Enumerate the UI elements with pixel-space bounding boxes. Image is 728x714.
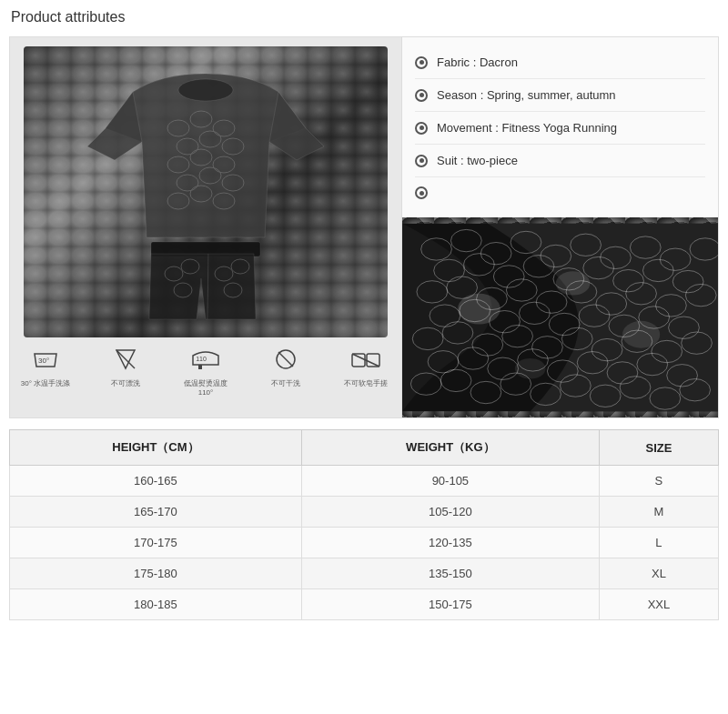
attr-suit: Suit : two-piece — [415, 145, 705, 177]
clothing-svg — [42, 55, 369, 328]
fabric-svg — [402, 217, 718, 417]
attr-fabric: Fabric : Dacron — [415, 46, 705, 79]
attr-season-label: Season : Spring, summer, autumn — [437, 88, 616, 102]
table-row: 180-185150-175XXL — [10, 589, 719, 620]
care-wash-label: 30° 水温手洗涤 — [21, 378, 70, 388]
product-info-section: 30° 30° 水温手洗涤 不可漂洗 — [9, 36, 719, 418]
table-cell: XL — [599, 558, 718, 589]
table-cell: 135-150 — [301, 558, 599, 589]
bullet-icon — [415, 122, 428, 135]
page-title: Product attributes — [9, 9, 719, 25]
table-cell: L — [599, 528, 718, 558]
table-cell: 160-165 — [10, 466, 302, 497]
svg-text:30°: 30° — [38, 357, 49, 365]
table-cell: 105-120 — [301, 497, 599, 528]
svg-rect-25 — [198, 365, 202, 369]
table-row: 170-175120-135L — [10, 528, 719, 558]
size-table: HEIGHT（CM） WEIGHT（KG） SIZE 160-16590-105… — [9, 429, 719, 620]
svg-point-102 — [622, 321, 660, 348]
product-main-image — [24, 46, 388, 337]
attributes-area: Fabric : Dacron Season : Spring, summer,… — [401, 37, 718, 417]
col-size: SIZE — [599, 430, 718, 466]
care-icon-low-iron: 110 低温熨烫温度110° — [178, 347, 233, 397]
svg-point-0 — [178, 79, 233, 101]
bullet-icon — [415, 56, 428, 69]
care-icon-no-dryclean: 不可干洗 — [258, 347, 313, 388]
table-row: 175-180135-150XL — [10, 558, 719, 589]
table-cell: M — [599, 497, 718, 528]
col-height: HEIGHT（CM） — [10, 430, 302, 466]
svg-point-103 — [515, 358, 546, 379]
attr-movement: Movement : Fitness Yoga Running — [415, 112, 705, 145]
attr-season: Season : Spring, summer, autumn — [415, 79, 705, 112]
col-weight: WEIGHT（KG） — [301, 430, 599, 466]
table-cell: S — [599, 466, 718, 497]
care-icons-row: 30° 30° 水温手洗涤 不可漂洗 — [18, 347, 393, 397]
attr-extra — [415, 177, 705, 208]
care-icon-no-wring: 不可软皂手搓 — [339, 347, 393, 388]
care-dryclean-label: 不可干洗 — [271, 378, 300, 388]
attr-fabric-label: Fabric : Dacron — [437, 55, 518, 69]
svg-line-28 — [278, 352, 293, 367]
table-cell: 175-180 — [10, 558, 302, 589]
table-cell: XXL — [599, 589, 718, 620]
attr-movement-label: Movement : Fitness Yoga Running — [437, 121, 617, 135]
svg-rect-29 — [352, 354, 365, 367]
table-cell: 170-175 — [10, 528, 302, 558]
bullet-icon — [415, 155, 428, 167]
care-icon-wash: 30° 30° 水温手洗涤 — [18, 347, 73, 388]
svg-text:110: 110 — [196, 356, 207, 362]
bullet-icon — [415, 186, 428, 199]
care-wring-label: 不可软皂手搓 — [344, 378, 388, 388]
table-cell: 120-135 — [301, 528, 599, 558]
svg-rect-30 — [367, 354, 379, 367]
table-cell: 180-185 — [10, 589, 302, 620]
table-cell: 165-170 — [10, 497, 302, 528]
attributes-list: Fabric : Dacron Season : Spring, summer,… — [402, 37, 718, 217]
table-cell: 150-175 — [301, 589, 599, 620]
bullet-icon — [415, 89, 428, 102]
table-row: 160-16590-105S — [10, 466, 719, 497]
fabric-closeup-image — [402, 217, 718, 417]
table-cell: 90-105 — [301, 466, 599, 497]
table-row: 165-170105-120M — [10, 497, 719, 528]
care-icon-no-bleach: 不可漂洗 — [98, 347, 153, 388]
care-iron-label: 低温熨烫温度110° — [178, 378, 233, 397]
svg-point-100 — [458, 294, 500, 325]
product-image-area: 30° 30° 水温手洗涤 不可漂洗 — [10, 37, 401, 417]
care-bleach-label: 不可漂洗 — [111, 378, 140, 388]
svg-line-24 — [116, 350, 135, 368]
svg-point-101 — [556, 271, 591, 295]
attr-suit-label: Suit : two-piece — [437, 154, 518, 167]
svg-line-31 — [352, 354, 379, 367]
